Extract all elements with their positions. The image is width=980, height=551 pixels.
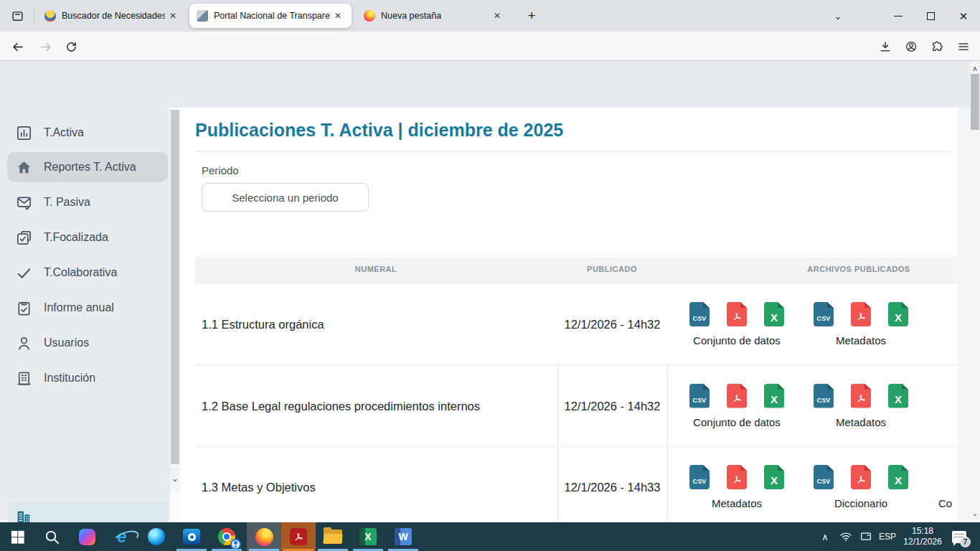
tab-buscador[interactable]: Buscador de Necesidades de Cc ✕: [37, 4, 187, 28]
sidebar-item-t-pasiva[interactable]: T. Pasiva: [7, 187, 168, 217]
column-header-archivos: ARCHIVOS PUBLICADOS: [807, 265, 910, 273]
file-group-label: Metadatos: [811, 416, 910, 428]
tab-close-icon[interactable]: ✕: [330, 8, 346, 24]
taskbar-chrome-button[interactable]: [209, 522, 244, 551]
taskbar-excel-button[interactable]: X: [351, 522, 385, 551]
sidebar-item-informe-anual[interactable]: Informe anual: [7, 293, 168, 323]
window-maximize-button[interactable]: [914, 0, 947, 32]
taskbar-word-button[interactable]: W: [386, 522, 420, 551]
tab-portal-transparencia[interactable]: Portal Nacional de Transparenci ✕: [189, 4, 352, 28]
title-divider: [195, 151, 951, 152]
excel-file-icon[interactable]: X: [888, 384, 908, 408]
sidebar-item-reportes-t-activa[interactable]: Reportes T. Activa: [7, 152, 168, 182]
taskbar-copilot-button[interactable]: [70, 522, 104, 551]
csv-file-icon[interactable]: CSV: [814, 465, 834, 489]
tab-close-icon[interactable]: ✕: [489, 8, 505, 24]
downloads-icon[interactable]: [875, 36, 896, 57]
sidebar-item-t-activa[interactable]: T.Activa: [7, 118, 168, 148]
pdf-file-icon[interactable]: [727, 384, 747, 408]
browser-scrollbar-thumb[interactable]: [971, 74, 979, 130]
list-all-tabs-icon[interactable]: ⌄: [829, 7, 847, 24]
firefox-icon: [255, 528, 273, 546]
table-row: 1.2 Base Legal regulaciones procedimient…: [195, 365, 958, 447]
sidebar-scrollbar-thumb[interactable]: [171, 110, 179, 464]
sidebar-item-t-colaborativa[interactable]: T.Colaborativa: [7, 258, 168, 288]
file-group: CSV X Diccionario: [811, 465, 910, 509]
sidebar-item-label: T.Colaborativa: [44, 266, 117, 279]
menu-hamburger-icon[interactable]: [953, 36, 974, 57]
numeral-cell: 1.2 Base Legal regulaciones procedimient…: [202, 399, 480, 413]
sidebar-item-t-focalizada[interactable]: T.Focalizada: [7, 222, 168, 253]
screen: Buscador de Necesidades de Cc ✕ Portal N…: [0, 0, 980, 551]
clipboard-check-icon: [16, 300, 32, 316]
tab-nueva-pestana[interactable]: Nueva pestaña ✕: [357, 4, 511, 28]
notification-center-button[interactable]: 7: [947, 522, 971, 551]
tab-title: Portal Nacional de Transparenci: [214, 11, 330, 21]
taskbar-edge-button[interactable]: [139, 522, 174, 551]
language-indicator[interactable]: ESP: [877, 522, 898, 551]
page-title: Publicaciones T. Activa | diciembre de 2…: [195, 120, 563, 141]
building-icon: [16, 370, 32, 387]
file-group-label: Metadatos: [687, 497, 786, 509]
taskbar-acrobat-button[interactable]: [281, 522, 316, 551]
csv-file-icon[interactable]: CSV: [689, 384, 710, 408]
taskbar-clock[interactable]: 15:18 12/1/2026: [900, 522, 945, 551]
start-button[interactable]: [0, 522, 34, 551]
account-icon[interactable]: [900, 36, 922, 57]
tray-show-hidden-icons[interactable]: ∧: [816, 522, 834, 551]
pdf-file-icon[interactable]: [851, 302, 871, 326]
minimize-icon: [894, 16, 903, 17]
csv-file-icon[interactable]: CSV: [814, 302, 834, 326]
table-header: NUMERAL PUBLICADO ARCHIVOS PUBLICADOS: [195, 257, 958, 284]
excel-file-icon[interactable]: X: [764, 465, 784, 489]
taskbar-firefox-button[interactable]: [247, 522, 281, 551]
excel-file-icon[interactable]: X: [764, 384, 784, 408]
wifi-icon[interactable]: [837, 522, 855, 551]
display-connect-icon[interactable]: [857, 522, 875, 551]
firefox-view-button[interactable]: [6, 6, 28, 26]
csv-file-icon[interactable]: CSV: [689, 465, 710, 489]
excel-file-icon[interactable]: X: [764, 302, 784, 326]
excel-file-icon[interactable]: X: [888, 302, 908, 326]
period-select[interactable]: Selecciona un periodo: [202, 183, 369, 212]
sidebar-scrollbar[interactable]: ⌄: [170, 108, 180, 520]
file-group-label: Metadatos: [811, 334, 910, 347]
tray-time: 15:18: [912, 526, 933, 537]
word-icon: W: [395, 528, 412, 545]
period-label: Periodo: [202, 164, 239, 176]
pdf-file-icon[interactable]: [851, 384, 871, 408]
forward-button[interactable]: [34, 36, 56, 57]
tab-title: Nueva pestaña: [381, 11, 489, 21]
taskbar-internet-explorer-button[interactable]: e: [105, 522, 139, 551]
reload-button[interactable]: [60, 36, 82, 57]
window-close-button[interactable]: ✕: [947, 0, 980, 32]
scroll-down-icon[interactable]: ⌄: [970, 507, 980, 519]
browser-scrollbar[interactable]: ∧ ⌄: [970, 61, 980, 520]
pdf-file-icon[interactable]: [727, 465, 747, 489]
csv-file-icon[interactable]: CSV: [689, 302, 710, 326]
mail-check-icon: [16, 194, 32, 211]
excel-file-icon[interactable]: X: [888, 465, 908, 489]
period-select-value: Selecciona un periodo: [232, 192, 338, 204]
sidebar-scroll-down-icon[interactable]: ⌄: [170, 466, 180, 491]
back-button[interactable]: [7, 36, 29, 57]
scroll-up-icon[interactable]: ∧: [970, 62, 980, 74]
window-minimize-button[interactable]: [882, 0, 915, 32]
csv-file-icon[interactable]: CSV: [814, 384, 834, 408]
tab-close-icon[interactable]: ✕: [165, 8, 181, 24]
home-icon: [16, 159, 32, 176]
extensions-puzzle-icon[interactable]: [926, 36, 948, 57]
sidebar-item-institucion[interactable]: Institución: [7, 363, 168, 393]
notification-count-badge: 7: [960, 537, 971, 547]
numeral-cell: 1.3 Metas y Objetivos: [202, 481, 316, 494]
pdf-file-icon[interactable]: [727, 302, 747, 326]
pdf-file-icon[interactable]: [851, 465, 871, 489]
sidebar-item-usuarios[interactable]: Usuarios: [7, 328, 168, 358]
numeral-cell: 1.1 Estructura orgánica: [202, 318, 324, 331]
check-icon: [16, 265, 32, 281]
sidebar-item-label: T. Pasiva: [44, 196, 90, 209]
taskbar-file-explorer-button[interactable]: [316, 522, 350, 551]
taskbar-search-button[interactable]: [34, 522, 69, 551]
taskbar-outlook-button[interactable]: [174, 522, 209, 551]
new-tab-button[interactable]: +: [522, 6, 542, 26]
